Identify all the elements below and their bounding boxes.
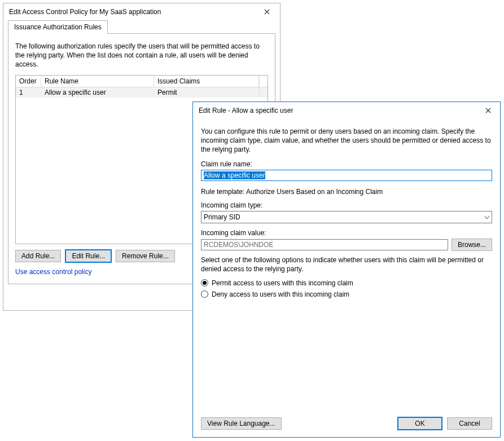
rules-list-header: Order Rule Name Issued Claims xyxy=(16,76,268,87)
add-rule-button[interactable]: Add Rule... xyxy=(15,250,61,262)
cell-order: 1 xyxy=(16,87,41,98)
deny-label: Deny access to users with this incoming … xyxy=(212,290,349,298)
incoming-claim-value-label: Incoming claim value: xyxy=(201,229,492,237)
cancel-button[interactable]: Cancel xyxy=(447,417,492,430)
edit-rule-body: You can configure this rule to permit or… xyxy=(193,119,500,411)
tabstrip: Issuance Authorization Rules xyxy=(8,20,275,34)
deny-option-row[interactable]: Deny access to users with this incoming … xyxy=(201,290,492,298)
permit-option-row[interactable]: Permit access to users with this incomin… xyxy=(201,279,492,287)
claim-rule-name-label: Claim rule name: xyxy=(201,160,492,168)
edit-rule-window: Edit Rule - Allow a specific user You ca… xyxy=(192,102,501,438)
col-rule-name[interactable]: Rule Name xyxy=(41,76,154,87)
col-order[interactable]: Order xyxy=(16,76,41,87)
options-intro: Select one of the following options to i… xyxy=(201,255,492,274)
claim-rule-name-value: Allow a specific user xyxy=(204,171,265,179)
dialog-footer: View Rule Language... OK Cancel xyxy=(193,411,500,437)
window-title: Edit Access Control Policy for My SaaS a… xyxy=(9,8,161,16)
view-rule-language-button[interactable]: View Rule Language... xyxy=(201,417,282,430)
ok-button[interactable]: OK xyxy=(397,417,442,430)
scroll-gutter xyxy=(259,87,268,98)
tab-issuance-auth-rules[interactable]: Issuance Authorization Rules xyxy=(8,20,108,34)
incoming-claim-value-text: RCDEMOS\JOHNDOE xyxy=(204,241,273,249)
incoming-claim-value-input[interactable]: RCDEMOS\JOHNDOE xyxy=(201,239,448,250)
scroll-gutter xyxy=(259,76,268,87)
remove-rule-button[interactable]: Remove Rule... xyxy=(116,250,175,262)
permit-label: Permit access to users with this incomin… xyxy=(212,279,353,287)
edit-rule-button[interactable]: Edit Rule... xyxy=(65,250,111,262)
claim-rule-name-input[interactable]: Allow a specific user xyxy=(201,170,492,181)
titlebar: Edit Rule - Allow a specific user xyxy=(193,102,500,119)
chevron-down-icon xyxy=(485,213,489,221)
cell-issued: Permit xyxy=(154,87,259,98)
incoming-claim-type-select[interactable]: Primary SID xyxy=(201,211,492,223)
deny-radio[interactable] xyxy=(201,290,208,298)
use-access-control-policy-link[interactable]: Use access control policy xyxy=(15,268,91,276)
incoming-claim-type-value: Primary SID xyxy=(204,213,240,221)
col-issued-claims[interactable]: Issued Claims xyxy=(154,76,259,87)
titlebar: Edit Access Control Policy for My SaaS a… xyxy=(3,3,280,20)
incoming-claim-type-label: Incoming claim type: xyxy=(201,201,492,209)
rule-template-line: Rule template: Authorize Users Based on … xyxy=(201,188,492,196)
close-icon[interactable] xyxy=(480,105,497,116)
close-icon[interactable] xyxy=(258,7,275,17)
browse-button[interactable]: Browse... xyxy=(452,239,492,251)
permit-radio[interactable] xyxy=(201,279,208,286)
edit-rule-intro: You can configure this rule to permit or… xyxy=(201,127,492,155)
table-row[interactable]: 1 Allow a specific user Permit xyxy=(16,87,268,98)
rules-description: The following authorization rules specif… xyxy=(15,42,268,69)
window-title: Edit Rule - Allow a specific user xyxy=(199,107,293,114)
cell-name: Allow a specific user xyxy=(41,87,154,98)
